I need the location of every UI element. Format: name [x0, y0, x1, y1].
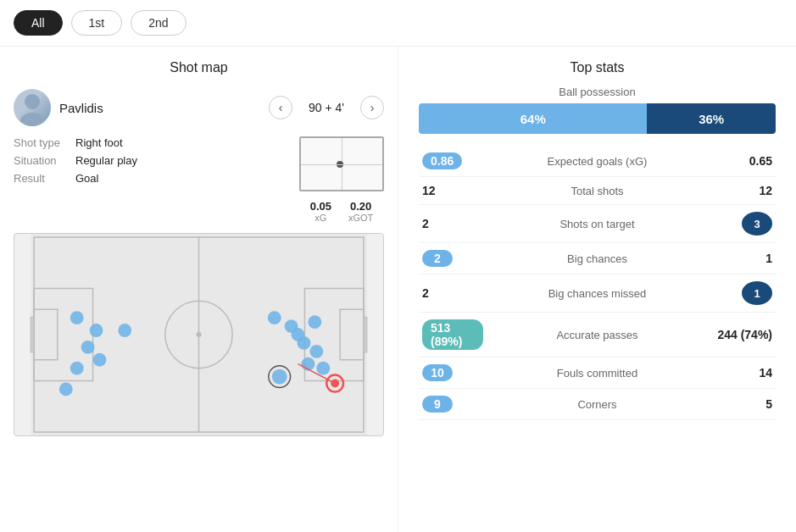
stats-row: 0.86 Expected goals (xG) 0.65 [419, 146, 776, 177]
right-panel: Top stats Ball possession 64% 36% 0.86 E… [398, 47, 796, 532]
stat-left-cell: 9 [419, 389, 487, 420]
svg-point-25 [309, 345, 323, 358]
stat-right-cell: 3 [708, 205, 776, 243]
possession-bar: 64% 36% [419, 103, 776, 134]
stat-right-cell: 1 [708, 274, 776, 313]
stat-right-value: 244 (74%) [717, 328, 772, 341]
possession-right: 36% [647, 103, 776, 134]
result-label: Result [14, 172, 69, 185]
svg-point-31 [272, 369, 287, 385]
stat-right-badge: 3 [742, 212, 772, 236]
svg-point-18 [59, 383, 73, 396]
stats-row: 10 Fouls committed 14 [419, 357, 776, 389]
xgot-label: xGOT [348, 213, 373, 223]
player-name: Pavlidis [59, 101, 260, 115]
stat-right-cell: 244 (74%) [708, 313, 776, 357]
svg-point-15 [81, 341, 95, 354]
field-container [14, 233, 384, 524]
svg-point-16 [93, 353, 107, 367]
svg-point-13 [70, 311, 84, 324]
stat-right-cell: 12 [708, 177, 776, 205]
stat-label-cell: Big chances [487, 243, 708, 274]
stat-left-value: 2 [422, 217, 429, 230]
stat-right-value: 0.65 [749, 154, 772, 168]
possession-label: Ball possession [419, 86, 776, 98]
stat-right-cell: 5 [708, 389, 776, 420]
stats-row: 2 Shots on target 3 [419, 205, 776, 243]
xgot-number: 0.20 [350, 200, 371, 213]
main-layout: Shot map Pavlidis ‹ 90 + 4' › Shot type [0, 47, 796, 532]
shot-info: Shot type Right foot Situation Regular p… [14, 136, 286, 185]
possession-left: 64% [419, 103, 647, 134]
stats-row: 12 Total shots 12 [419, 177, 776, 205]
stats-row: 9 Corners 5 [419, 389, 776, 420]
svg-point-20 [268, 311, 281, 324]
time-display: 90 + 4' [301, 101, 352, 114]
shot-type-label: Shot type [14, 136, 69, 149]
stat-right-value: 14 [759, 366, 772, 380]
next-button[interactable]: › [360, 96, 384, 119]
svg-point-24 [298, 336, 311, 350]
situation-row: Situation Regular play [14, 154, 286, 167]
stat-right-badge: 1 [742, 281, 772, 305]
stat-left-badge: 10 [422, 364, 453, 381]
stat-left-value: 12 [422, 184, 436, 197]
avatar [14, 89, 51, 126]
svg-point-19 [118, 324, 131, 337]
svg-point-29 [331, 380, 339, 388]
svg-rect-11 [364, 317, 367, 352]
stats-row: 513 (89%) Accurate passes 244 (74%) [419, 313, 776, 357]
shot-map-title: Shot map [14, 60, 384, 75]
tab-bar: All 1st 2nd [0, 0, 796, 47]
stats-table: 0.86 Expected goals (xG) 0.65 12 Total s… [419, 146, 776, 420]
svg-point-14 [90, 324, 103, 337]
stat-label-cell: Expected goals (xG) [487, 146, 708, 177]
svg-point-17 [70, 362, 84, 375]
stat-label-cell: Accurate passes [487, 313, 708, 357]
tab-1st[interactable]: 1st [71, 10, 123, 36]
stat-label-cell: Corners [487, 389, 708, 420]
stat-right-value: 1 [765, 252, 772, 265]
stat-label-cell: Fouls committed [487, 357, 708, 389]
stat-right-cell: 14 [708, 357, 776, 389]
svg-rect-8 [31, 317, 34, 352]
stat-left-value: 2 [422, 286, 429, 300]
player-row: Pavlidis ‹ 90 + 4' › [14, 89, 384, 126]
stat-left-cell: 513 (89%) [419, 313, 487, 357]
stat-label-cell: Big chances missed [487, 274, 708, 313]
situation-value: Regular play [75, 154, 137, 167]
svg-point-0 [25, 94, 40, 109]
stat-left-cell: 2 [419, 243, 487, 274]
stats-row: 2 Big chances 1 [419, 243, 776, 274]
situation-label: Situation [14, 154, 69, 167]
stat-left-badge: 2 [422, 250, 453, 267]
result-value: Goal [75, 172, 98, 185]
left-panel: Shot map Pavlidis ‹ 90 + 4' › Shot type [0, 47, 398, 532]
tab-all[interactable]: All [14, 10, 63, 36]
xg-label: xG [315, 213, 326, 223]
stat-right-value: 12 [759, 184, 772, 197]
stat-left-badge: 513 (89%) [422, 319, 483, 350]
svg-point-27 [316, 362, 330, 375]
shot-details: Shot type Right foot Situation Regular p… [14, 136, 384, 223]
stat-right-value: 5 [765, 397, 772, 411]
result-row: Result Goal [14, 172, 286, 185]
stat-left-cell: 12 [419, 177, 487, 205]
svg-point-23 [308, 315, 321, 329]
xg-number: 0.05 [310, 200, 331, 213]
prev-button[interactable]: ‹ [269, 96, 292, 119]
top-stats-title: Top stats [419, 60, 776, 75]
shot-type-value: Right foot [75, 136, 123, 149]
stat-right-cell: 1 [708, 243, 776, 274]
stat-left-badge: 0.86 [422, 152, 462, 169]
stat-left-cell: 0.86 [419, 146, 487, 177]
stat-label-cell: Shots on target [487, 205, 708, 243]
stat-left-cell: 2 [419, 205, 487, 243]
xg-values: 0.05 xG 0.20 xGOT [310, 200, 374, 223]
tab-2nd[interactable]: 2nd [131, 10, 186, 36]
stat-left-badge: 9 [422, 396, 453, 413]
stat-label-cell: Total shots [487, 177, 708, 205]
stat-left-cell: 10 [419, 357, 487, 389]
stat-right-cell: 0.65 [708, 146, 776, 177]
stat-left-cell: 2 [419, 274, 487, 313]
